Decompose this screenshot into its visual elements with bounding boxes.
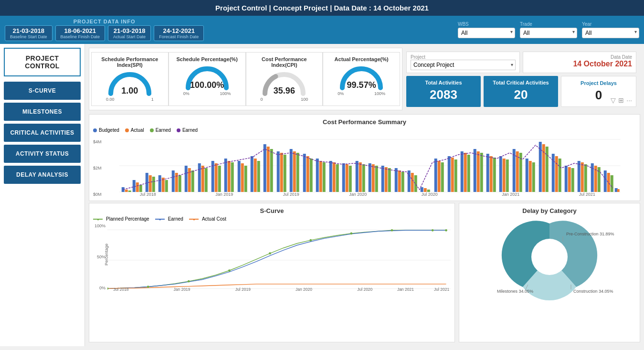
svg-rect-104: [558, 159, 561, 192]
svg-point-134: [309, 239, 312, 242]
svg-rect-99: [538, 142, 541, 192]
scurve-panel: S-Curve ● Planned Percentage ●: [89, 203, 455, 342]
svg-point-130: [147, 286, 149, 288]
svg-rect-103: [555, 156, 558, 192]
cost-chart-section: Cost Performance Summary Budgeted Actual: [85, 112, 644, 203]
filter-group: WBS All Trade All Year: [458, 21, 639, 38]
svg-rect-105: [564, 166, 567, 192]
scurve-title: S-Curve: [93, 207, 451, 214]
gauge-spi: Schedule Performance Index(SPI) 1.00 0.0…: [91, 52, 169, 106]
legend-actual: Actual: [125, 127, 144, 133]
legend-earned-green-dot: [150, 128, 154, 132]
svg-rect-29: [231, 162, 233, 192]
svg-rect-80: [454, 159, 457, 192]
svg-rect-68: [401, 172, 404, 192]
svg-rect-87: [486, 154, 489, 192]
svg-text:Jan 2021: Jan 2021: [397, 287, 414, 292]
svg-text:Milestones 34.05%: Milestones 34.05%: [497, 289, 533, 294]
header-title: Project Control | Concept Project | Data…: [215, 4, 429, 12]
svg-rect-88: [489, 156, 492, 192]
data-info-bar: PROJECT DATA INFO 21-03-2018 Baseline St…: [0, 16, 644, 44]
page-header: Project Control | Concept Project | Data…: [0, 0, 644, 16]
filter-icon[interactable]: ▽: [611, 96, 616, 104]
svg-rect-47: [309, 159, 312, 192]
trade-select[interactable]: All: [520, 28, 577, 38]
svg-rect-33: [250, 156, 253, 192]
table-icon[interactable]: ⊞: [618, 96, 624, 104]
svg-rect-55: [345, 164, 348, 192]
legend-earned-green: Earned: [150, 127, 171, 133]
svg-rect-12: [158, 175, 161, 192]
svg-rect-60: [368, 163, 371, 192]
svg-text:Jul 2019: Jul 2019: [283, 192, 299, 197]
trade-label: Trade: [520, 21, 577, 27]
sidebar-btn-scurve[interactable]: S-CURVE: [4, 82, 81, 100]
more-icon[interactable]: ···: [626, 96, 632, 104]
svg-rect-79: [451, 158, 454, 192]
project-select[interactable]: Concept Project: [411, 60, 516, 70]
svg-rect-71: [414, 175, 417, 192]
svg-rect-15: [171, 170, 174, 192]
svg-rect-26: [218, 166, 221, 192]
svg-rect-38: [270, 149, 273, 192]
sidebar-btn-delay[interactable]: DELAY ANALYSIS: [4, 166, 81, 184]
sidebar: PROJECT CONTROL S-CURVE MILESTONES CRITI…: [0, 44, 85, 346]
svg-rect-27: [224, 159, 227, 192]
legend-earned-purple: Earned: [177, 127, 198, 133]
svg-text:Jul 2021: Jul 2021: [579, 192, 595, 197]
svg-point-132: [228, 269, 231, 272]
legend-actual-dot: [125, 128, 129, 132]
bottom-charts: S-Curve ● Planned Percentage ●: [85, 203, 644, 346]
svg-rect-48: [316, 159, 318, 192]
sidebar-btn-critical[interactable]: CRITICAL ACTIVITIES: [4, 124, 81, 142]
svg-point-146: [531, 239, 568, 275]
kpi-section: Schedule Performance Index(SPI) 1.00 0.0…: [85, 44, 644, 112]
scurve-y-100: 100%: [93, 223, 106, 228]
gauge-spi-min: 0.00: [106, 97, 115, 102]
gauge-cpi-max: 100: [301, 97, 308, 102]
svg-text:Pre-Construction 31.89%: Pre-Construction 31.89%: [566, 232, 614, 236]
svg-text:Jan 2019: Jan 2019: [174, 287, 190, 292]
total-critical-label: Total Critical Activities: [487, 80, 554, 85]
svg-rect-64: [384, 167, 387, 192]
svg-rect-81: [460, 151, 463, 192]
forecast-finish-box: 24-12-2021 Forecast Finish Date: [154, 25, 204, 41]
baseline-finish-box: 18-06-2021 Baseline Finish Date: [55, 25, 106, 41]
project-delays-box: Project Delays 0 ▽ ⊞ ···: [561, 76, 636, 107]
sidebar-btn-milestones[interactable]: MILESTONES: [4, 103, 81, 121]
data-date-box: Data Date 14 October 2021: [523, 52, 636, 73]
data-date-value: 14 October 2021: [527, 60, 632, 68]
baseline-finish-value: 18-06-2021: [61, 27, 100, 34]
svg-rect-114: [603, 170, 606, 192]
svg-text:Jul 2021: Jul 2021: [434, 287, 449, 292]
svg-rect-67: [398, 170, 401, 192]
svg-text:Jul 2018: Jul 2018: [139, 192, 156, 197]
gauges-panel: Schedule Performance Index(SPI) 1.00 0.0…: [89, 48, 402, 110]
legend-planned-label: Planned Percentage: [106, 216, 149, 222]
svg-rect-57: [355, 161, 358, 192]
total-critical-value: 20: [487, 87, 554, 102]
legend-actual-label: Actual: [131, 127, 144, 133]
gauge-actual-title: Actual Percentage(%): [335, 56, 389, 62]
svg-rect-45: [303, 154, 306, 192]
wbs-select[interactable]: All: [458, 28, 515, 38]
legend-actual-cost-label: Actual Cost: [202, 216, 226, 222]
svg-point-129: [107, 287, 108, 290]
cost-chart-legend: Budgeted Actual Earned Earned: [93, 127, 636, 133]
svg-point-135: [350, 233, 353, 235]
gauge-cpi: Cost Performance Index(CPI) 35.96 0 100: [246, 52, 323, 106]
forecast-finish-value: 24-12-2021: [159, 27, 199, 34]
svg-rect-107: [571, 168, 574, 192]
scurve-chart: Jul 2018 Jan 2019 Jul 2019 Jan 2020 Jul …: [107, 223, 451, 293]
y-label-4m: $4M: [93, 139, 102, 144]
svg-rect-66: [394, 168, 397, 192]
year-select[interactable]: All: [582, 28, 639, 38]
svg-rect-34: [253, 159, 256, 192]
total-activities-label: Total Activities: [410, 80, 477, 85]
sidebar-btn-activity-status[interactable]: ACTIVITY STATUS: [4, 145, 81, 163]
svg-rect-91: [502, 159, 505, 192]
legend-earned-scurve-label: Earned: [168, 216, 183, 222]
svg-rect-42: [289, 149, 292, 192]
total-critical-box: Total Critical Activities 20: [484, 76, 558, 107]
svg-rect-5: [128, 191, 131, 192]
